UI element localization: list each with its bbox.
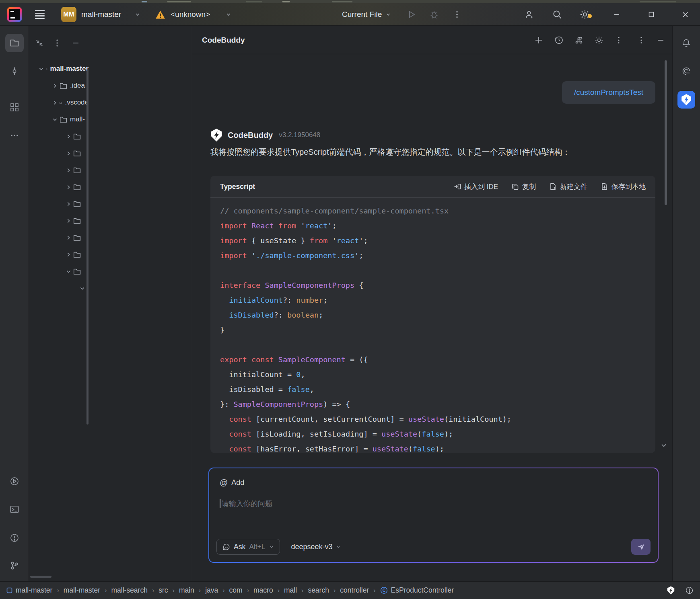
breadcrumb-label: controller	[340, 586, 369, 595]
breadcrumb-separator: ›	[222, 587, 224, 594]
chat-more-icon[interactable]	[614, 36, 623, 45]
tree-vertical-scrollbar[interactable]	[86, 69, 89, 425]
codebuddy-tool-window-button[interactable]	[677, 91, 695, 109]
tree-item[interactable]	[29, 263, 89, 280]
branch-selector[interactable]: <unknown>	[171, 3, 210, 26]
codebuddy-status-icon[interactable]	[667, 586, 675, 595]
notifications-bell-icon[interactable]	[681, 38, 691, 48]
main-menu-icon[interactable]	[34, 3, 46, 26]
run-tool-window-icon[interactable]	[10, 476, 19, 486]
more-tool-windows-icon[interactable]	[10, 131, 19, 140]
close-window-icon[interactable]	[674, 3, 696, 26]
tree-item[interactable]: .vscode	[29, 94, 89, 111]
sliver-bit	[246, 1, 262, 2]
error-status-icon[interactable]	[685, 586, 694, 595]
minimize-window-icon[interactable]	[606, 3, 628, 26]
ai-assistant-icon[interactable]	[681, 66, 691, 76]
breadcrumb-label: search	[308, 586, 329, 595]
search-icon[interactable]	[546, 3, 568, 26]
assistant-name: CodeBuddy	[228, 131, 273, 140]
git-branch-icon[interactable]	[10, 561, 19, 570]
collapse-all-icon[interactable]	[35, 38, 44, 48]
new-file-button[interactable]: 新建文件	[550, 182, 587, 191]
terminal-icon[interactable]	[10, 505, 19, 514]
chat-composer-inner[interactable]: @ Add 请输入你的问题 Ask Alt+L	[209, 468, 658, 562]
settings-gear-icon[interactable]	[574, 3, 596, 26]
model-selector[interactable]: deepseek-v3	[291, 543, 341, 551]
tree-item[interactable]	[29, 280, 89, 297]
breadcrumb-item[interactable]: java	[205, 586, 218, 595]
code-line	[220, 263, 655, 278]
new-chat-icon[interactable]	[534, 35, 544, 45]
tree-item[interactable]	[29, 178, 89, 195]
chevron-icon	[66, 151, 71, 156]
add-context-button[interactable]: @ Add	[220, 478, 244, 487]
breadcrumb-item[interactable]: macro	[253, 586, 273, 595]
copy-button[interactable]: 复制	[512, 182, 536, 191]
send-button[interactable]	[631, 539, 651, 555]
code-line	[220, 337, 655, 352]
tool-window-options-icon[interactable]	[637, 36, 646, 45]
breadcrumb-item[interactable]: search	[308, 586, 329, 595]
run-configuration-selector[interactable]: Current File	[342, 10, 382, 19]
commands-icon[interactable]	[574, 35, 584, 45]
project-switcher[interactable]: mall-master	[81, 3, 121, 26]
tree-item-label: .idea	[70, 82, 85, 90]
tree-item[interactable]	[29, 229, 89, 246]
add-user-icon[interactable]	[519, 3, 540, 26]
project-badge[interactable]: MM	[61, 7, 76, 22]
structure-icon[interactable]	[10, 103, 19, 112]
tree-item[interactable]	[29, 195, 89, 212]
breadcrumb-item[interactable]: mall	[284, 586, 297, 595]
history-icon[interactable]	[554, 35, 564, 45]
new-file-icon	[550, 183, 557, 190]
chevron-icon	[66, 168, 71, 173]
tree-item[interactable]: mall-master	[29, 60, 89, 77]
insert-to-ide-button[interactable]: 插入到 IDE	[454, 182, 498, 191]
breadcrumb-label: mall	[284, 586, 297, 595]
folder-icon	[73, 133, 81, 140]
panel-options-icon[interactable]	[52, 38, 62, 48]
tree-item[interactable]	[29, 212, 89, 229]
breadcrumb-item[interactable]: com	[229, 586, 243, 595]
breadcrumb-separator: ›	[152, 587, 154, 594]
breadcrumb-separator: ›	[199, 587, 201, 594]
breadcrumb-label: src	[159, 586, 168, 595]
maximize-window-icon[interactable]	[640, 3, 662, 26]
user-message-bubble: /customPromptsTest	[562, 81, 655, 104]
save-local-button[interactable]: 保存到本地	[601, 182, 646, 191]
tree-item[interactable]	[29, 128, 89, 145]
breadcrumb-item[interactable]: mall-master	[6, 586, 52, 595]
at-icon: @	[220, 478, 228, 487]
run-icon[interactable]	[407, 10, 416, 19]
hide-tool-window-icon[interactable]	[656, 36, 665, 45]
tree-item[interactable]	[29, 145, 89, 162]
debug-icon[interactable]	[429, 10, 439, 19]
more-options-icon[interactable]	[453, 10, 461, 19]
tree-item[interactable]: .idea	[29, 77, 89, 94]
scroll-to-bottom-icon[interactable]	[659, 441, 668, 450]
commit-icon[interactable]	[10, 66, 19, 76]
tree-item[interactable]	[29, 246, 89, 263]
breadcrumb-item[interactable]: mall-search	[111, 586, 147, 595]
chat-vertical-scrollbar[interactable]	[665, 60, 667, 205]
title-bar: MM mall-master <unknown> Current File	[0, 3, 700, 26]
folder-icon	[73, 251, 81, 258]
message-input[interactable]: 请输入你的问题	[220, 499, 272, 509]
project-tool-window-button[interactable]	[5, 34, 24, 52]
tree-item[interactable]: mall-	[29, 111, 89, 128]
ask-mode-selector[interactable]: Ask Alt+L	[216, 539, 280, 555]
chevron-icon	[66, 218, 71, 224]
breadcrumb-item[interactable]: CEsProductController	[380, 586, 454, 595]
breadcrumb-item[interactable]: controller	[340, 586, 369, 595]
problems-icon[interactable]	[10, 533, 19, 543]
tree-item[interactable]	[29, 162, 89, 178]
chat-settings-gear-icon[interactable]	[594, 35, 604, 45]
copy-icon	[512, 183, 519, 190]
breadcrumb-item[interactable]: main	[179, 586, 194, 595]
breadcrumb-item[interactable]: src	[159, 586, 168, 595]
tree-horizontal-scrollbar[interactable]	[30, 576, 51, 578]
breadcrumb-separator: ›	[278, 587, 280, 594]
hide-panel-icon[interactable]	[71, 38, 80, 48]
breadcrumb-item[interactable]: mall-master	[64, 586, 100, 595]
